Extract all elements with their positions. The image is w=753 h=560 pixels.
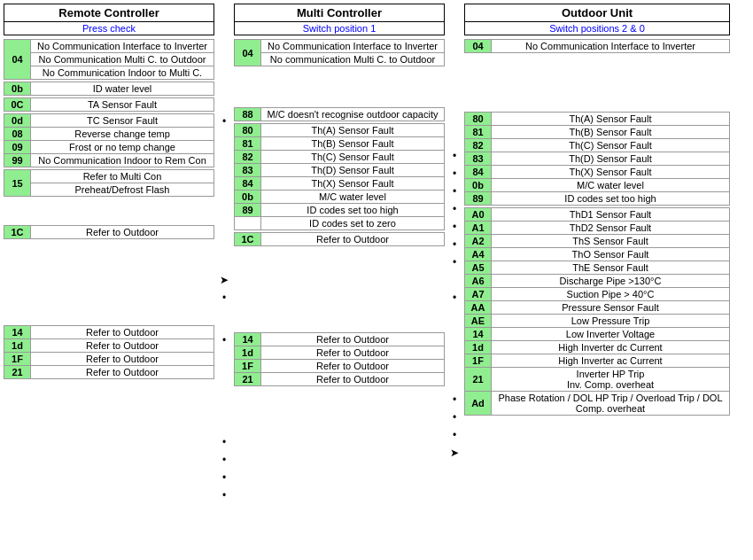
table-row: 0d TC Sensor Fault (4, 114, 214, 128)
remote-subtitle[interactable]: Press check (4, 21, 213, 35)
code-cell: 88 (235, 108, 261, 121)
desc-cell: Refer to Outdoor (261, 346, 445, 360)
code-cell: 21 (235, 373, 261, 386)
table-row: No Communication Indoor to Multi C. (4, 66, 214, 80)
outdoor-subtitle: Switch positions 2 & 0 (465, 21, 729, 35)
table-row: 1C Refer to Outdoor (235, 233, 445, 246)
code-cell (235, 217, 261, 230)
code-cell: 82 (235, 151, 261, 164)
desc-cell: Refer to Outdoor (261, 333, 445, 346)
desc-cell: No Communication Indoor to Multi C. (31, 66, 214, 80)
table-row: 1F High Inverter ac Current (465, 354, 730, 368)
remote-block-1c: 1C Refer to Outdoor (4, 225, 214, 239)
table-row: 81 Th(B) Sensor Fault (235, 137, 445, 151)
code-cell: 0C (4, 98, 31, 112)
desc-cell: Reverse change temp (31, 128, 214, 141)
desc-cell: Suction Pipe > 40°C (492, 288, 730, 301)
table-row: 0b M/C water level (235, 191, 445, 204)
desc-cell: TC Sensor Fault (31, 114, 214, 128)
table-row: A5 ThE Sensor Fault (465, 261, 730, 275)
multi-controller-column: Multi Controller Switch position 1 04 No… (234, 4, 445, 504)
table-row: 09 Frost or no temp change (4, 141, 214, 154)
code-cell: 99 (4, 154, 31, 167)
code-cell: 80 (465, 113, 492, 126)
table-row: 15 Refer to Multi Con (4, 170, 214, 183)
remote-block-0b: 0b ID water level (4, 82, 214, 96)
outdoor-unit-column: Outdoor Unit Switch positions 2 & 0 04 N… (464, 4, 730, 504)
bullet-mc-b2: • (453, 408, 456, 426)
remote-block-04: 04 No Communication Interface to Inverte… (4, 39, 214, 80)
bullet-b1: • (222, 433, 226, 451)
table-row: No communication Multi C. to Outdoor (235, 53, 445, 66)
table-row: 1d High Inverter dc Current (465, 341, 730, 354)
code-cell: A2 (465, 235, 492, 248)
multi-block-04: 04 No Communication Interface to Inverte… (234, 39, 445, 66)
desc-cell: ThD2 Sensor Fault (492, 222, 730, 235)
table-row: 21 Refer to Outdoor (235, 373, 445, 386)
code-cell: A4 (465, 248, 492, 261)
code-cell: 04 (235, 40, 261, 66)
desc-cell: M/C water level (492, 179, 730, 192)
code-cell: 14 (4, 326, 31, 339)
desc-cell: No Communication Interface to Inverter (492, 40, 730, 53)
table-row: 1F Refer to Outdoor (235, 360, 445, 373)
outdoor-header: Outdoor Unit Switch positions 2 & 0 (464, 4, 730, 35)
table-row: 14 Refer to Outdoor (4, 326, 214, 339)
desc-cell: Th(D) Sensor Fault (261, 164, 445, 177)
code-cell: 14 (235, 333, 261, 346)
bullet-1c: • (222, 331, 226, 349)
code-cell: 1F (4, 353, 31, 366)
table-row: 0b ID water level (4, 82, 214, 96)
desc-cell: No Communication Indoor to Rem Con (31, 154, 214, 167)
code-cell: Ad (465, 392, 492, 416)
remote-block-sensors: 0d TC Sensor Fault 08 Reverse change tem… (4, 113, 214, 167)
table-row: 08 Reverse change temp (4, 128, 214, 141)
table-row: 04 No Communication Interface to Inverte… (4, 40, 214, 53)
code-cell: 1F (235, 360, 261, 373)
desc-cell: Low Inverter Voltage (492, 328, 730, 341)
separator-1: • ➤ • • • • • • (214, 4, 234, 504)
arrow-mc-b4: ➤ (450, 444, 459, 462)
code-cell: 82 (465, 139, 492, 152)
desc-cell: Discharge Pipe >130°C (492, 275, 730, 288)
code-cell: 21 (4, 366, 31, 379)
code-cell: A5 (465, 261, 492, 275)
desc-cell: Low Pressure Trip (492, 315, 730, 328)
table-row: A4 ThO Sensor Fault (465, 248, 730, 261)
desc-cell: High Inverter dc Current (492, 341, 730, 354)
code-cell: 14 (465, 328, 492, 341)
table-row: 0b M/C water level (465, 179, 730, 192)
table-row: 82 Th(C) Sensor Fault (465, 139, 730, 152)
code-cell: 0b (465, 179, 492, 192)
bullet-mc-b3: • (453, 426, 456, 444)
table-row: 84 Th(X) Sensor Fault (465, 166, 730, 179)
desc-cell: M/C water level (261, 191, 445, 204)
bullet-mc-b1: • (453, 391, 456, 408)
desc-cell: TA Sensor Fault (31, 98, 214, 112)
table-row: 80 Th(A) Sensor Fault (235, 124, 445, 137)
table-row: A7 Suction Pipe > 40°C (465, 288, 730, 301)
code-cell: 84 (235, 177, 261, 191)
desc-cell: Refer to Outdoor (261, 233, 445, 246)
table-row: 14 Refer to Outdoor (235, 333, 445, 346)
table-row: No Communication Multi C. to Outdoor (4, 53, 214, 66)
multi-block-bottom: 14 Refer to Outdoor 1d Refer to Outdoor … (234, 332, 445, 386)
desc-cell: Th(D) Sensor Fault (492, 152, 730, 166)
desc-cell: ID codes set to zero (261, 217, 445, 230)
table-row: AE Low Pressure Trip (465, 315, 730, 328)
table-row: Preheat/Defrost Flash (4, 183, 214, 197)
table-row: 1F Refer to Outdoor (4, 353, 214, 366)
code-cell: 81 (465, 126, 492, 139)
code-cell: 84 (465, 166, 492, 179)
code-cell: 04 (465, 40, 492, 53)
bullet-b3: • (222, 469, 226, 486)
desc-cell: Th(C) Sensor Fault (261, 151, 445, 164)
code-cell: 89 (465, 192, 492, 206)
desc-cell: Refer to Outdoor (261, 373, 445, 386)
code-cell: 1d (235, 346, 261, 360)
outdoor-block-04: 04 No Communication Interface to Inverte… (464, 39, 730, 53)
desc-cell: ID codes set too high (492, 192, 730, 206)
desc-cell: Inverter HP Trip Inv. Comp. overheat (492, 368, 730, 392)
remote-title: Remote Controller (4, 4, 213, 21)
remote-block-0c: 0C TA Sensor Fault (4, 97, 214, 112)
